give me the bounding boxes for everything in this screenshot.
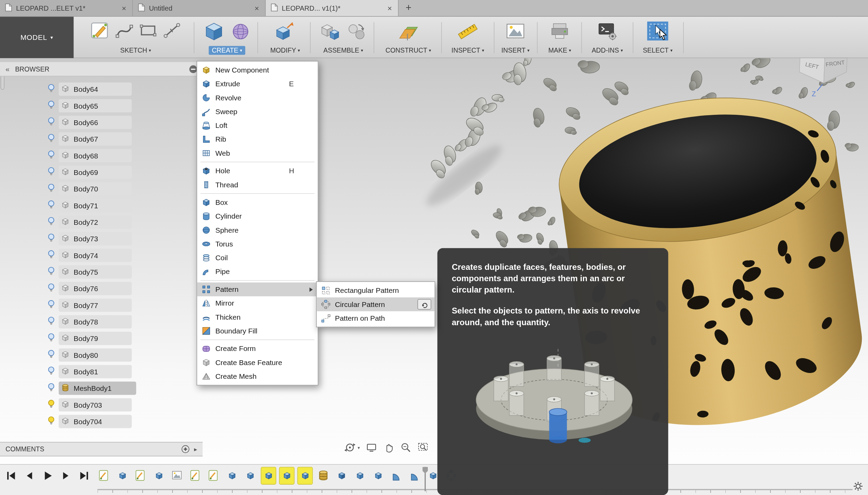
menu-item-pipe[interactable]: Pipe bbox=[197, 265, 318, 278]
menu-item-mirror[interactable]: Mirror bbox=[197, 296, 318, 310]
tab-close-icon[interactable]: × bbox=[254, 3, 260, 12]
menu-item-web[interactable]: Web bbox=[197, 146, 318, 160]
browser-body-row[interactable]: Body68 bbox=[0, 147, 203, 164]
spline-tool-icon[interactable] bbox=[115, 21, 134, 40]
browser-body-row[interactable]: Body704 bbox=[0, 413, 203, 430]
menu-item-create-base-feature[interactable]: Create Base Feature bbox=[197, 355, 318, 369]
timeline-feature-extrude[interactable] bbox=[115, 468, 130, 484]
menu-sketch[interactable]: SKETCH▾ bbox=[78, 46, 194, 55]
timeline-feature-extrude[interactable] bbox=[225, 468, 239, 484]
play-button[interactable] bbox=[41, 469, 54, 483]
line-tool-icon[interactable] bbox=[163, 21, 181, 40]
browser-body-row[interactable]: Body64 bbox=[0, 81, 203, 97]
timeline-feature-extrude[interactable] bbox=[353, 468, 367, 484]
orbit-dropdown-caret[interactable]: ▾ bbox=[358, 445, 360, 450]
menu-create[interactable]: CREATE▾ bbox=[197, 46, 257, 55]
add-comment-icon[interactable] bbox=[182, 445, 190, 453]
visibility-bulb-icon[interactable] bbox=[48, 266, 55, 278]
browser-body-row[interactable]: Body70 bbox=[0, 180, 203, 197]
visibility-bulb-icon[interactable] bbox=[48, 233, 55, 244]
browser-body-row[interactable]: Body72 bbox=[0, 214, 203, 230]
tab-close-icon[interactable]: × bbox=[121, 3, 127, 12]
browser-body-row[interactable]: Body75 bbox=[0, 264, 203, 280]
menu-inspect[interactable]: INSPECT▾ bbox=[443, 46, 493, 55]
visibility-bulb-icon[interactable] bbox=[48, 100, 55, 112]
submenu-item-pattern-on-path[interactable]: Pattern on Path bbox=[317, 311, 435, 325]
browser-body-row[interactable]: Body67 bbox=[0, 131, 203, 147]
visibility-bulb-icon[interactable] bbox=[48, 133, 55, 145]
mesh-sphere-icon[interactable] bbox=[230, 21, 251, 42]
browser-body-row[interactable]: Body74 bbox=[0, 247, 203, 264]
timeline-feature-extrude[interactable] bbox=[152, 468, 166, 484]
timeline-feature-extrude[interactable] bbox=[298, 468, 312, 484]
workspace-switcher[interactable]: MODEL ▾ bbox=[0, 16, 74, 58]
measure-icon[interactable] bbox=[457, 21, 479, 43]
visibility-bulb-icon[interactable] bbox=[48, 183, 55, 195]
visibility-bulb-icon[interactable] bbox=[48, 399, 55, 411]
timeline-feature-extrude[interactable] bbox=[280, 468, 294, 484]
menu-make[interactable]: MAKE▾ bbox=[539, 46, 581, 55]
menu-item-sweep[interactable]: Sweep bbox=[197, 104, 318, 118]
visibility-bulb-icon[interactable] bbox=[48, 83, 55, 95]
submenu-item-rectangular-pattern[interactable]: Rectangular Pattern bbox=[317, 284, 435, 297]
menu-item-new-component[interactable]: New Component bbox=[197, 63, 318, 77]
browser-body-row[interactable]: Body66 bbox=[0, 114, 203, 131]
zoom-icon[interactable] bbox=[400, 442, 411, 453]
menu-item-cylinder[interactable]: Cylinder bbox=[197, 209, 318, 223]
menu-item-thicken[interactable]: Thicken bbox=[197, 310, 318, 324]
timeline-feature-sketch[interactable] bbox=[207, 468, 221, 484]
new-tab-button[interactable]: + bbox=[399, 0, 419, 16]
menu-assemble[interactable]: ASSEMBLE▾ bbox=[313, 46, 374, 55]
browser-body-row[interactable]: Body71 bbox=[0, 197, 203, 214]
visibility-bulb-icon[interactable] bbox=[48, 382, 55, 394]
visibility-bulb-icon[interactable] bbox=[48, 332, 55, 344]
menu-item-revolve[interactable]: Revolve bbox=[197, 91, 318, 104]
browser-body-row[interactable]: Body79 bbox=[0, 330, 203, 346]
menu-addins[interactable]: ADD-INS▾ bbox=[583, 46, 632, 55]
timeline-feature-extrude[interactable] bbox=[243, 468, 257, 484]
menu-insert[interactable]: INSERT▾ bbox=[496, 46, 535, 55]
menu-item-boundary-fill[interactable]: Boundary Fill bbox=[197, 324, 318, 338]
menu-item-extrude[interactable]: Extrude E bbox=[197, 77, 318, 91]
timeline-feature-extrude[interactable] bbox=[371, 468, 385, 484]
document-tab[interactable]: LEOPARD ...ELET v1* × bbox=[0, 0, 133, 16]
insert-image-icon[interactable] bbox=[505, 21, 526, 42]
create-sketch-icon[interactable] bbox=[90, 21, 110, 41]
timeline-feature-image[interactable] bbox=[170, 468, 185, 484]
document-tab[interactable]: Untitled × bbox=[133, 0, 266, 16]
menu-item-coil[interactable]: Coil bbox=[197, 251, 318, 265]
timeline-feature-extrude[interactable] bbox=[261, 468, 276, 484]
submenu-item-circular-pattern[interactable]: Circular Pattern bbox=[317, 297, 435, 311]
timeline-feature-sketch[interactable] bbox=[188, 468, 203, 484]
press-pull-icon[interactable] bbox=[275, 21, 296, 42]
visibility-bulb-icon[interactable] bbox=[48, 250, 55, 261]
display-settings-icon[interactable] bbox=[366, 442, 377, 453]
browser-body-row[interactable]: Body78 bbox=[0, 314, 203, 330]
timeline-feature-box[interactable] bbox=[334, 468, 349, 484]
browser-body-row[interactable]: Body76 bbox=[0, 280, 203, 297]
menu-item-sphere[interactable]: Sphere bbox=[197, 223, 318, 237]
tab-close-icon[interactable]: × bbox=[386, 3, 393, 12]
menu-item-create-mesh[interactable]: Create Mesh bbox=[197, 370, 318, 383]
menu-item-create-form[interactable]: Create Form bbox=[197, 342, 318, 355]
joint-icon[interactable] bbox=[346, 21, 367, 42]
timeline-feature-sketch[interactable] bbox=[133, 468, 148, 484]
visibility-bulb-icon[interactable] bbox=[48, 299, 55, 311]
timeline-position-marker[interactable] bbox=[425, 467, 426, 491]
menu-construct[interactable]: CONSTRUCT▾ bbox=[377, 46, 440, 55]
go-to-start-button[interactable] bbox=[4, 469, 18, 483]
browser-body-row[interactable]: Body69 bbox=[0, 164, 203, 180]
visibility-bulb-icon[interactable] bbox=[48, 216, 55, 228]
visibility-bulb-icon[interactable] bbox=[48, 316, 55, 328]
menu-item-torus[interactable]: Torus bbox=[197, 237, 318, 251]
visibility-bulb-icon[interactable] bbox=[48, 366, 55, 377]
menu-item-thread[interactable]: Thread bbox=[197, 178, 318, 191]
make-3d-print-icon[interactable] bbox=[549, 21, 570, 42]
step-forward-button[interactable] bbox=[59, 469, 73, 483]
go-to-end-button[interactable] bbox=[78, 469, 91, 483]
timeline-feature-coil[interactable] bbox=[316, 468, 331, 484]
browser-body-row[interactable]: MeshBody1 bbox=[0, 380, 203, 396]
timeline-feature-fillet[interactable] bbox=[408, 468, 422, 484]
visibility-bulb-icon[interactable] bbox=[48, 200, 55, 211]
timeline-feature-sketch[interactable] bbox=[97, 468, 111, 484]
